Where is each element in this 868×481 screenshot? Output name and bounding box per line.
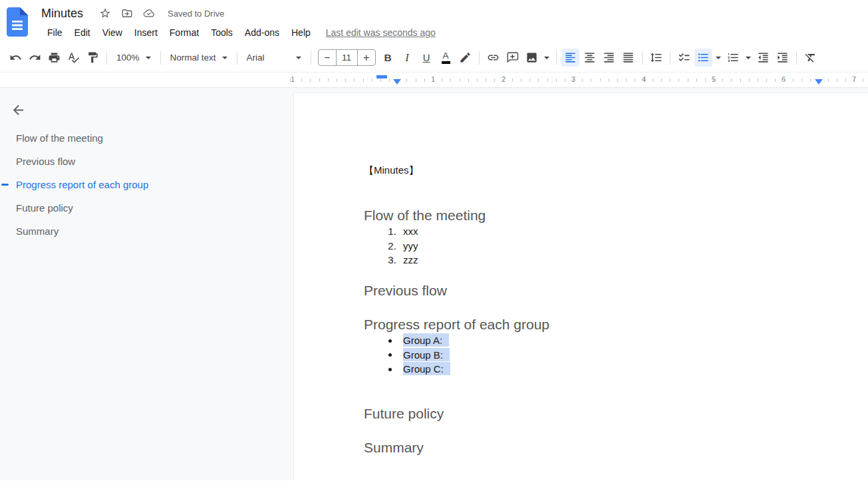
chevron-down-icon — [296, 57, 301, 59]
checklist-button[interactable] — [675, 49, 693, 67]
outline-item-previous-flow[interactable]: Previous flow — [0, 150, 286, 173]
numbered-list-dropdown[interactable] — [744, 49, 753, 67]
saved-to-drive-cloud-icon[interactable] — [143, 7, 155, 19]
menu-addons[interactable]: Add-ons — [239, 25, 285, 40]
star-icon[interactable] — [99, 7, 111, 19]
add-comment-button[interactable] — [504, 49, 521, 67]
redo-button[interactable] — [26, 49, 44, 67]
align-center-button[interactable] — [581, 49, 599, 67]
outline-item-summary[interactable]: Summary — [0, 220, 286, 243]
paint-format-button[interactable] — [84, 49, 102, 67]
font-select[interactable]: Arial — [242, 49, 306, 67]
bulleted-list-dropdown[interactable] — [714, 49, 723, 67]
bulleted-list-button[interactable] — [694, 49, 712, 67]
insert-image-button[interactable] — [523, 49, 541, 67]
insert-link-button[interactable] — [484, 49, 502, 67]
align-center-icon — [583, 51, 596, 64]
line-spacing-icon — [650, 51, 662, 64]
heading-flow-of-the-meeting[interactable]: Flow of the meeting — [364, 206, 863, 224]
horizontal-ruler[interactable]: 1 1 2 3 4 5 6 7 — [286, 73, 868, 88]
toolbar-separator — [642, 51, 643, 65]
ruler-number: 1 — [431, 75, 435, 83]
insert-image-dropdown[interactable] — [542, 49, 551, 67]
menu-edit[interactable]: Edit — [69, 25, 96, 40]
arrow-left-icon — [11, 102, 26, 118]
doc-title-line[interactable]: 【Minutes】 — [364, 163, 863, 177]
highlight-color-button[interactable] — [456, 49, 474, 67]
decrease-indent-button[interactable] — [754, 49, 772, 67]
document-page[interactable]: 【Minutes】 Flow of the meeting xxx yyy zz… — [293, 92, 868, 480]
document-title[interactable]: Minutes — [41, 7, 83, 21]
left-indent-marker[interactable] — [393, 79, 401, 84]
align-right-button[interactable] — [600, 49, 618, 67]
close-outline-button[interactable] — [11, 102, 26, 118]
line-spacing-button[interactable] — [647, 49, 665, 67]
align-left-button[interactable] — [561, 49, 579, 67]
numbered-list-button[interactable] — [724, 49, 742, 67]
toolbar-separator — [237, 51, 237, 65]
ruler-number: 5 — [712, 75, 716, 83]
ruler-row: 1 1 2 3 4 5 6 7 — [0, 73, 868, 88]
saved-status-label: Saved to Drive — [168, 9, 224, 19]
spellcheck-button[interactable] — [65, 49, 82, 67]
list-item[interactable]: yyy — [399, 239, 863, 253]
print-button[interactable] — [45, 49, 63, 67]
increase-indent-button[interactable] — [774, 49, 792, 67]
last-edit-link[interactable]: Last edit was seconds ago — [326, 27, 436, 38]
menu-format[interactable]: Format — [164, 25, 205, 40]
add-comment-icon — [506, 51, 519, 64]
italic-icon: I — [405, 51, 409, 65]
zoom-value: 100% — [116, 53, 140, 63]
list-item[interactable]: xxx — [399, 224, 863, 239]
chevron-down-icon — [146, 57, 151, 59]
header-right: Minutes Saved to Drive File Edit View In… — [41, 3, 436, 41]
text-color-button[interactable]: A — [437, 49, 455, 67]
menu-tools[interactable]: Tools — [205, 25, 239, 40]
list-item[interactable]: Group C: — [399, 362, 863, 377]
ruler-number: 4 — [642, 75, 646, 83]
toolbar-separator — [479, 51, 480, 65]
paragraph-style-value: Normal text — [170, 53, 216, 63]
italic-button[interactable]: I — [398, 49, 416, 67]
heading-previous-flow[interactable]: Previous flow — [364, 281, 863, 299]
zoom-select[interactable]: 100% — [112, 49, 156, 67]
menu-view[interactable]: View — [96, 25, 128, 40]
font-size-value[interactable]: 11 — [336, 50, 358, 65]
heading-future-policy[interactable]: Future policy — [364, 404, 863, 422]
move-to-folder-icon[interactable] — [121, 7, 133, 19]
outline-item-flow-of-the-meeting[interactable]: Flow of the meeting — [0, 126, 286, 150]
underline-icon: U — [423, 52, 430, 63]
menu-file[interactable]: File — [41, 25, 69, 40]
right-indent-marker[interactable] — [815, 79, 823, 84]
google-docs-logo-icon[interactable] — [7, 7, 28, 37]
list-item[interactable]: zzz — [399, 253, 863, 267]
outline-item-progress-report[interactable]: Progress report of each group — [0, 173, 286, 196]
checklist-icon — [678, 51, 690, 64]
justify-button[interactable] — [619, 49, 637, 67]
document-outline: Flow of the meeting Previous flow Progre… — [0, 126, 286, 243]
link-icon — [487, 51, 500, 64]
bold-button[interactable]: B — [379, 49, 397, 67]
justify-icon — [622, 51, 635, 64]
insert-image-icon — [525, 51, 538, 64]
list-item[interactable]: Group B: — [399, 347, 863, 362]
highlighter-icon — [459, 51, 472, 64]
list-item[interactable]: Group A: — [399, 333, 863, 348]
menu-help[interactable]: Help — [285, 25, 317, 40]
decrease-indent-icon — [757, 51, 770, 64]
toolbar-separator — [106, 51, 107, 65]
first-line-indent-marker[interactable] — [376, 75, 387, 79]
clear-formatting-button[interactable] — [801, 49, 819, 67]
underline-button[interactable]: U — [418, 49, 436, 67]
undo-button[interactable] — [7, 49, 25, 67]
heading-progress-report[interactable]: Progress report of each group — [364, 315, 863, 333]
menu-bar: File Edit View Insert Format Tools Add-o… — [41, 24, 436, 41]
paragraph-style-select[interactable]: Normal text — [166, 49, 232, 67]
outline-item-future-policy[interactable]: Future policy — [0, 196, 286, 220]
chevron-down-icon — [544, 57, 549, 59]
font-size-decrease-button[interactable]: − — [319, 50, 336, 65]
selected-text: Group B: — [403, 348, 450, 361]
heading-summary[interactable]: Summary — [364, 438, 863, 456]
font-size-increase-button[interactable]: + — [358, 50, 375, 65]
menu-insert[interactable]: Insert — [128, 25, 164, 40]
